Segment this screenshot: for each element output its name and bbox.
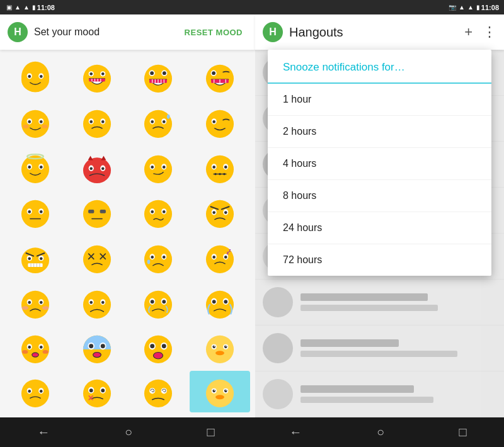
emoji-cell-6[interactable] xyxy=(67,100,127,144)
recent-button-left[interactable]: □ xyxy=(197,420,225,444)
back-button-left[interactable]: ← xyxy=(27,420,60,444)
svg-point-76 xyxy=(206,155,234,183)
emoji-cell-17[interactable] xyxy=(5,235,66,280)
recent-button-right[interactable]: □ xyxy=(449,420,477,444)
snooze-1hour[interactable]: 1 hour xyxy=(268,84,491,116)
emoji-cell-12[interactable] xyxy=(190,145,250,190)
svg-point-104 xyxy=(224,212,227,215)
emoji-grid: z z xyxy=(0,50,255,417)
add-button[interactable]: + xyxy=(464,24,472,40)
svg-point-181 xyxy=(215,351,224,356)
svg-point-43 xyxy=(42,125,47,128)
svg-point-188 xyxy=(21,380,49,407)
emoji-cell-22[interactable] xyxy=(67,281,127,325)
emoji-cell-14[interactable] xyxy=(67,190,127,234)
svg-point-55 xyxy=(206,110,234,138)
emoji-cell-7[interactable] xyxy=(129,100,189,144)
emoji-cell-21[interactable] xyxy=(5,281,66,325)
chat-msg-bg-7 xyxy=(301,351,457,357)
emoji-cell-31[interactable] xyxy=(129,371,189,412)
svg-point-17 xyxy=(144,65,172,93)
wifi-icon: ▲ xyxy=(14,4,21,11)
svg-point-82 xyxy=(214,173,216,174)
snooze-72hours[interactable]: 72 hours xyxy=(268,244,491,276)
chat-item-bg-6 xyxy=(255,280,504,325)
battery-icon: ▮ xyxy=(32,4,36,11)
emoji-cell-5[interactable] xyxy=(5,100,66,144)
more-button[interactable]: ⋮ xyxy=(483,24,496,40)
emoji-cell-15[interactable] xyxy=(129,190,189,234)
right-panel-title: Hangouts xyxy=(289,25,464,40)
status-bar: ▣ ▲ ▲ ▮ 11:08 📷 ▲ ▲ ▮ 11:08 xyxy=(0,0,504,14)
emoji-cell-24[interactable] xyxy=(190,281,250,325)
bottom-nav-right: ← ○ □ xyxy=(252,417,504,447)
svg-point-100 xyxy=(206,200,234,228)
emoji-cell-29[interactable] xyxy=(5,371,66,412)
svg-point-79 xyxy=(213,166,216,169)
emoji-cell-25[interactable] xyxy=(5,326,66,370)
snooze-4hours[interactable]: 4 hours xyxy=(268,148,491,180)
chat-item-bg-7 xyxy=(255,325,504,371)
back-button-right[interactable]: ← xyxy=(279,420,312,444)
svg-rect-110 xyxy=(28,263,42,267)
svg-point-108 xyxy=(28,257,31,260)
svg-point-154 xyxy=(224,300,228,303)
left-header: H Set your mood RESET MOOD xyxy=(0,14,255,50)
svg-point-62 xyxy=(28,166,31,169)
svg-point-197 xyxy=(101,389,105,393)
snooze-24hours[interactable]: 24 hours xyxy=(268,212,491,244)
emoji-cell-2[interactable] xyxy=(67,55,127,99)
camera-icon: 📷 xyxy=(449,4,456,11)
svg-point-204 xyxy=(215,395,224,400)
svg-point-124 xyxy=(163,256,166,259)
sim-icon: ▣ xyxy=(6,4,12,11)
left-panel-title: Set your mood xyxy=(34,26,180,38)
svg-point-187 xyxy=(226,346,227,347)
svg-point-123 xyxy=(151,256,154,259)
svg-text:z: z xyxy=(229,248,231,252)
chat-content-bg-6 xyxy=(301,293,496,311)
emoji-cell-18[interactable] xyxy=(67,235,127,280)
svg-point-54 xyxy=(167,115,170,119)
emoji-cell-20[interactable]: z z xyxy=(190,235,250,280)
emoji-cell-32-selected[interactable] xyxy=(190,371,250,412)
emoji-cell-26[interactable] xyxy=(67,326,127,370)
svg-point-169 xyxy=(89,344,93,349)
bottom-nav-left: ← ○ □ xyxy=(0,417,252,447)
home-button-right[interactable]: ○ xyxy=(367,420,394,444)
svg-point-71 xyxy=(144,155,172,183)
emoji-cell-27[interactable] xyxy=(129,326,189,370)
emoji-cell-1[interactable] xyxy=(5,55,66,99)
snooze-2hours[interactable]: 2 hours xyxy=(268,116,491,148)
svg-point-98 xyxy=(151,210,154,213)
emoji-cell-4[interactable] xyxy=(190,55,250,99)
emoji-cell-3[interactable] xyxy=(129,55,189,99)
emoji-cell-13[interactable] xyxy=(5,190,66,234)
emoji-cell-23[interactable] xyxy=(129,281,189,325)
svg-point-162 xyxy=(22,351,28,354)
home-button-left[interactable]: ○ xyxy=(115,420,142,444)
emoji-cell-10[interactable] xyxy=(67,145,127,190)
reset-mood-button[interactable]: RESET MOOD xyxy=(180,25,248,40)
svg-point-89 xyxy=(40,210,43,213)
svg-marker-65 xyxy=(88,156,93,160)
emoji-cell-19[interactable] xyxy=(129,235,189,280)
chat-msg-bg-6 xyxy=(301,305,438,311)
emoji-cell-28[interactable] xyxy=(190,326,250,370)
svg-point-149 xyxy=(163,300,166,303)
svg-point-133 xyxy=(21,291,49,319)
emoji-cell-16[interactable] xyxy=(190,190,250,234)
emoji-cell-11[interactable] xyxy=(129,145,189,190)
chat-msg-bg-8 xyxy=(301,397,433,403)
svg-point-63 xyxy=(40,166,43,169)
svg-point-36 xyxy=(212,71,215,75)
snooze-8hours[interactable]: 8 hours xyxy=(268,180,491,212)
svg-point-179 xyxy=(154,353,163,359)
svg-point-5 xyxy=(40,75,43,78)
svg-rect-93 xyxy=(100,210,105,213)
emoji-cell-30[interactable] xyxy=(67,371,127,412)
svg-point-103 xyxy=(213,212,216,215)
emoji-cell-8[interactable] xyxy=(190,100,250,144)
svg-point-145 xyxy=(144,291,172,319)
emoji-cell-9[interactable] xyxy=(5,145,66,190)
